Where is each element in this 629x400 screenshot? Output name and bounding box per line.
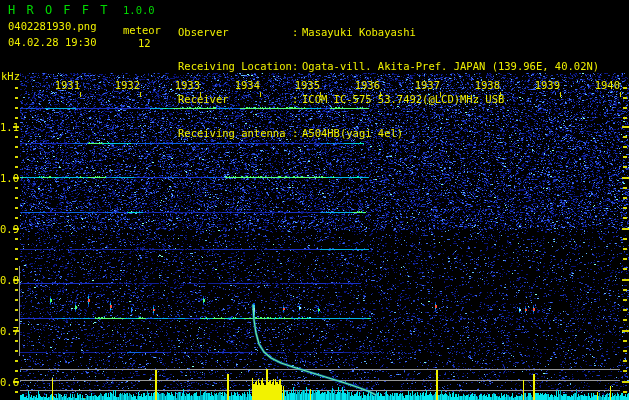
info-row-receiver: Receiver:ICOM IC-575 53.7492(@LCD)MHz US… [178, 93, 599, 106]
y-tick-label-1.0: 1.0 [0, 172, 13, 184]
x-tick-label-1932: 1932 [114, 79, 140, 91]
info-row-observer: Observer:Masayuki Kobayashi [178, 26, 599, 39]
hrofft-screenshot: H R O F F T 1.0.0 0402281930.png meteor … [0, 0, 629, 400]
app-title: H R O F F T [8, 4, 109, 16]
info-row-antenna: Receiving antenna:A504HB(yagi 4el) [178, 127, 599, 140]
y-tick-label-0.9: 0.9 [0, 223, 13, 235]
meteor-count-label: meteor [123, 25, 161, 36]
y-axis-unit: kHz [1, 71, 20, 82]
y-tick-label-0.8: 0.8 [0, 274, 13, 286]
info-row-location: Receiving Location:Ogata-vill. Akita-Pre… [178, 60, 599, 73]
x-tick-label-1933: 1933 [174, 79, 200, 91]
info-label: Receiving Location [178, 61, 292, 72]
observation-datetime: 04.02.28 19:30 [8, 37, 97, 48]
info-label: Receiving antenna [178, 128, 292, 139]
info-value: Masayuki Kobayashi [302, 27, 416, 38]
y-tick-label-1.1: 1.1 [0, 121, 13, 133]
info-value: Ogata-vill. Akita-Pref. JAPAN (139.96E, … [302, 61, 599, 72]
info-label: Observer [178, 27, 292, 38]
info-label: Receiver [178, 94, 292, 105]
x-tick-label-1940: 1940 [594, 79, 620, 91]
info-colon: : [292, 94, 298, 105]
info-value: A504HB(yagi 4el) [302, 128, 403, 139]
x-tick-label-1939: 1939 [534, 79, 560, 91]
x-tick-label-1937: 1937 [414, 79, 440, 91]
meteor-count-value: 12 [138, 38, 151, 49]
x-tick-label-1935: 1935 [294, 79, 320, 91]
info-colon: : [292, 128, 298, 139]
y-tick-label-0.7: 0.7 [0, 325, 13, 337]
info-value: ICOM IC-575 53.7492(@LCD)MHz USB [302, 94, 504, 105]
output-filename: 0402281930.png [8, 21, 97, 32]
info-colon: : [292, 27, 298, 38]
info-colon: : [292, 61, 298, 72]
x-tick-label-1936: 1936 [354, 79, 380, 91]
x-tick-label-1934: 1934 [234, 79, 260, 91]
x-tick-label-1931: 1931 [54, 79, 80, 91]
y-tick-label-0.6: 0.6 [0, 376, 13, 388]
app-version: 1.0.0 [123, 5, 155, 16]
x-tick-label-1938: 1938 [474, 79, 500, 91]
